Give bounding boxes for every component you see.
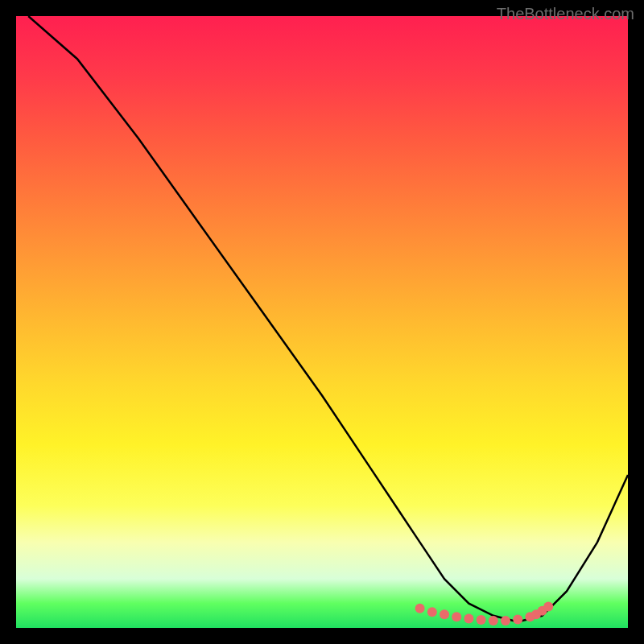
highlight-dots: [415, 601, 554, 625]
highlight-dot: [489, 616, 498, 625]
highlight-dot: [415, 604, 425, 613]
highlight-dot: [452, 612, 461, 621]
highlight-dot: [513, 614, 522, 624]
plot-area: [16, 16, 628, 628]
highlight-dot: [464, 614, 473, 624]
highlight-dot: [427, 607, 437, 617]
chart-svg: [16, 16, 628, 628]
highlight-dot: [440, 609, 449, 619]
highlight-dot: [543, 601, 553, 611]
highlight-dot: [501, 616, 510, 625]
watermark: TheBottleneck.com: [497, 5, 634, 23]
curve-line: [28, 16, 628, 621]
chart-container: TheBottleneck.com: [0, 0, 644, 644]
highlight-dot: [477, 615, 486, 625]
